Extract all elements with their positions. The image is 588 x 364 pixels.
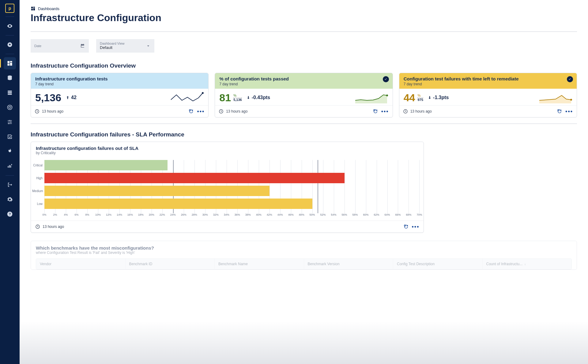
bar-label: Medium xyxy=(32,189,44,193)
axis-tick: 2% xyxy=(53,213,57,216)
page-title: Infrastructure Configuration xyxy=(31,12,577,24)
axis-tick: 26% xyxy=(181,213,187,216)
card-subtitle: by Criticality xyxy=(36,151,419,155)
bar-row: Critical xyxy=(44,160,419,170)
sort-desc-icon: ↓ xyxy=(524,262,526,266)
filters-row: Date Dashboard View Default xyxy=(31,39,577,53)
sidebar-item-data[interactable] xyxy=(4,72,16,84)
card-pct-passed[interactable]: % of configuration tests passed 7 day tr… xyxy=(215,73,393,117)
target-icon xyxy=(7,104,13,110)
metric-fraction: % 975 xyxy=(417,94,423,101)
sidebar-item-controls[interactable] xyxy=(4,116,16,128)
card-benchmarks[interactable]: Which benchmarks have the most misconfig… xyxy=(31,241,577,270)
clock-icon xyxy=(403,109,408,114)
logout-icon xyxy=(7,182,13,188)
checkbox-icon xyxy=(7,134,13,140)
sidebar-item-favorites[interactable] xyxy=(4,39,16,51)
card-subtitle: 7 day trend xyxy=(219,82,388,86)
card-timestamp: 13 hours ago xyxy=(43,225,64,229)
table-column-header[interactable]: Vendor xyxy=(36,259,126,269)
axis-tick: 50% xyxy=(310,213,315,216)
axis-tick: 14% xyxy=(117,213,122,216)
axis-tick: 10% xyxy=(95,213,101,216)
dashboard-view-filter[interactable]: Dashboard View Default xyxy=(96,39,154,53)
table-column-header[interactable]: Count of Infrastructu... ↓ xyxy=(483,259,572,269)
arrow-down-icon xyxy=(428,95,432,100)
table-column-header[interactable]: Benchmark ID xyxy=(126,259,215,269)
sidebar-item-settings[interactable] xyxy=(4,193,16,206)
bar-label: Critical xyxy=(32,164,44,167)
sidebar-item-targets[interactable] xyxy=(4,101,16,113)
sidebar-item-help[interactable]: ? xyxy=(4,208,16,220)
date-filter[interactable]: Date xyxy=(31,39,89,53)
svg-point-16 xyxy=(570,99,572,101)
table-column-header[interactable]: Config Test Description xyxy=(393,259,483,269)
eye-icon xyxy=(7,23,13,29)
clock-icon xyxy=(35,224,40,229)
bar xyxy=(44,173,345,183)
analytics-icon xyxy=(7,163,13,169)
sidebar-item-dashboards[interactable] xyxy=(4,57,16,69)
card-timestamp: 13 hours ago xyxy=(410,109,432,113)
card-title: Infrastructure configuration failures ou… xyxy=(36,146,419,151)
card-more-button[interactable]: ••• xyxy=(412,224,420,229)
card-more-button[interactable]: ••• xyxy=(565,109,573,114)
card-sla-chart[interactable]: Infrastructure configuration failures ou… xyxy=(31,142,424,233)
refresh-plus-icon xyxy=(188,109,194,114)
sidebar-item-overview[interactable] xyxy=(4,20,16,32)
dashboard-icon xyxy=(31,6,36,11)
sla-section-title: Infrastructure Configuration failures - … xyxy=(31,131,577,138)
app-logo[interactable]: p xyxy=(5,4,14,13)
metric-delta: 42 xyxy=(66,95,77,100)
card-config-tests[interactable]: Infrastructure configuration tests 7 day… xyxy=(31,73,209,117)
table-column-header[interactable]: Benchmark Version xyxy=(304,259,394,269)
card-more-button[interactable]: ••• xyxy=(197,109,205,114)
chevron-down-icon xyxy=(146,43,151,48)
sidebar-item-checks[interactable] xyxy=(4,131,16,143)
axis-tick: 24% xyxy=(170,213,176,216)
sidebar-item-logout[interactable] xyxy=(4,179,16,191)
clock-icon xyxy=(219,109,224,114)
card-refresh-button[interactable] xyxy=(372,108,379,115)
card-refresh-button[interactable] xyxy=(556,108,563,115)
sidebar-item-integrations[interactable] xyxy=(4,145,16,158)
status-badge xyxy=(383,76,389,82)
card-refresh-button[interactable] xyxy=(188,108,194,115)
axis-tick: 30% xyxy=(202,213,208,216)
metric-value: 5,136 xyxy=(35,92,61,104)
axis-tick: 70% xyxy=(417,213,422,216)
sidebar-item-lists[interactable] xyxy=(4,87,16,99)
breadcrumb[interactable]: Dashboards xyxy=(31,6,577,11)
plug-icon xyxy=(7,148,13,154)
dashboard-icon xyxy=(7,60,13,66)
axis-tick: 36% xyxy=(235,213,240,216)
star-icon xyxy=(7,42,13,48)
card-refresh-button[interactable] xyxy=(403,223,409,230)
sidebar: p ? xyxy=(0,0,20,364)
axis-tick: 52% xyxy=(320,213,326,216)
view-filter-value: Default xyxy=(100,46,125,50)
svg-point-13 xyxy=(386,95,388,96)
status-badge xyxy=(567,76,573,82)
sliders-icon xyxy=(7,119,13,125)
sparkline xyxy=(355,91,388,104)
card-title: Infrastructure configuration tests xyxy=(35,76,204,81)
table-column-header[interactable]: Benchmark Name xyxy=(215,259,304,269)
axis-tick: 60% xyxy=(363,213,369,216)
sparkline xyxy=(170,91,204,104)
axis-tick: 42% xyxy=(267,213,272,216)
svg-text:?: ? xyxy=(9,212,11,216)
refresh-plus-icon xyxy=(373,109,378,114)
list-icon xyxy=(7,90,13,96)
bar-label: Low xyxy=(32,202,44,206)
card-more-button[interactable]: ••• xyxy=(381,109,389,114)
bar xyxy=(44,160,168,170)
sidebar-item-analytics[interactable] xyxy=(4,160,16,172)
card-subtitle: where Configuration Test Result is 'Fail… xyxy=(36,251,572,255)
metric-delta: -1.3pts xyxy=(428,95,449,100)
axis-tick: 8% xyxy=(85,213,89,216)
refresh-plus-icon xyxy=(557,109,562,114)
axis-tick: 18% xyxy=(138,213,144,216)
bar-label: High xyxy=(32,176,44,180)
card-failures-remediate[interactable]: Configuration test failures with time le… xyxy=(399,73,577,117)
